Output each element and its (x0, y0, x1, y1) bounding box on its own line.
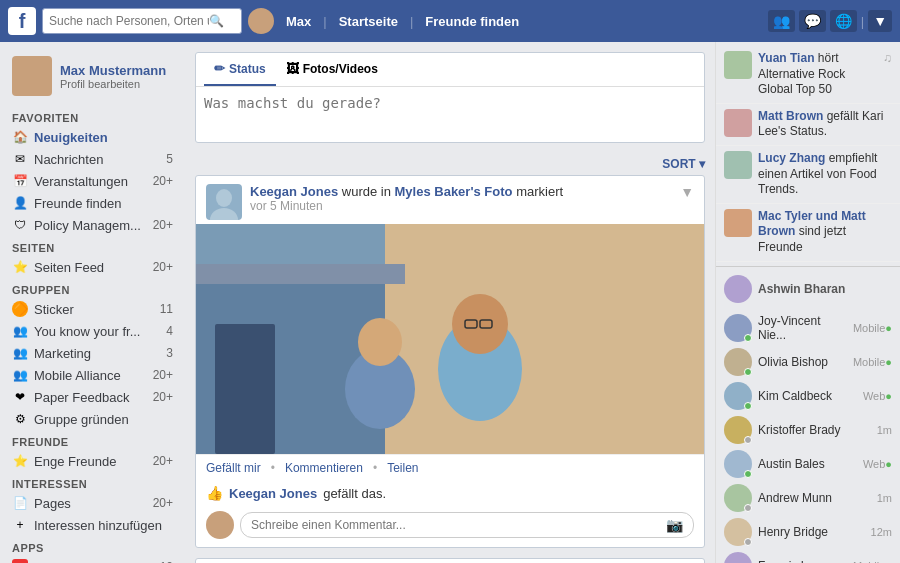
friend-avatar-7 (724, 518, 752, 546)
sidebar-item-paper-feedback[interactable]: ❤ Paper Feedback 20+ (0, 386, 185, 408)
friend-name-3: Kim Caldbeck (758, 389, 857, 403)
comment-input[interactable] (251, 518, 640, 532)
post-action-1: wurde in (342, 184, 395, 199)
sidebar-item-neuigkeiten[interactable]: 🏠 Neuigkeiten (0, 126, 185, 148)
ticker-name-1: Yuan Tian (758, 51, 814, 65)
comment-action[interactable]: Kommentieren (285, 461, 363, 475)
sidebar-item-seiten-feed[interactable]: ⭐ Seiten Feed 20+ (0, 256, 185, 278)
ticker-item-2[interactable]: Matt Brown gefällt Kari Lee's Status. (716, 104, 900, 146)
ticker-text-3: Lucy Zhang empfiehlt einen Artikel von F… (758, 151, 892, 198)
ashwin-name: Ashwin Bharan (758, 282, 845, 296)
svg-rect-5 (385, 224, 704, 454)
sidebar-item-mobile-alliance[interactable]: 👥 Mobile Alliance 20+ (0, 364, 185, 386)
profile-area[interactable]: Max Mustermann Profil bearbeiten (0, 50, 185, 106)
like-action[interactable]: Gefällt mir (206, 461, 261, 475)
post-header-1: Keegan Jones wurde in Myles Baker's Foto… (196, 176, 704, 224)
like-author-name[interactable]: Keegan Jones (229, 486, 317, 501)
sidebar-item-app-center[interactable]: A App Center 10 (0, 556, 185, 563)
friend-avatar-2 (724, 348, 752, 376)
post-time-1: vor 5 Minuten (250, 199, 672, 213)
online-friend-3[interactable]: Kim Caldbeck Web (716, 379, 900, 413)
profile-edit-link[interactable]: Profil bearbeiten (60, 78, 166, 90)
search-input[interactable] (49, 14, 209, 28)
sidebar-item-interessen-add[interactable]: + Interessen hinzufügen (0, 514, 185, 536)
sidebar-item-policy[interactable]: 🛡 Policy Managem... 20+ (0, 214, 185, 236)
composer-input[interactable] (204, 95, 696, 131)
sidebar-item-freunde-finden[interactable]: 👤 Freunde finden (0, 192, 185, 214)
sidebar-item-you-know[interactable]: 👥 You know your fr... 4 (0, 320, 185, 342)
online-friend-8[interactable]: Francis Luu Mobile (716, 549, 900, 563)
sidebar-item-veranstaltungen[interactable]: 📅 Veranstaltungen 20+ (0, 170, 185, 192)
post-chevron-1[interactable]: ▼ (680, 184, 694, 200)
policy-icon: 🛡 (12, 217, 28, 233)
sidebar-item-pages[interactable]: 📄 Pages 20+ (0, 492, 185, 514)
composer-box: ✏ Status 🖼 Fotos/Videos (195, 52, 705, 143)
friend-status-4: 1m (877, 424, 892, 436)
search-icon: 🔍 (209, 14, 224, 28)
online-dot-4 (744, 436, 752, 444)
comment-input-wrap[interactable]: 📷 (240, 512, 694, 538)
tab-photos[interactable]: 🖼 Fotos/Videos (276, 53, 388, 86)
online-friend-7[interactable]: Henry Bridge 12m (716, 515, 900, 549)
ashwin-avatar (724, 275, 752, 303)
online-friend-5[interactable]: Austin Bales Web (716, 447, 900, 481)
ticker-item-1[interactable]: Yuan Tian hört Alternative Rock Global T… (716, 46, 900, 104)
facebook-logo[interactable]: f (8, 7, 36, 35)
left-sidebar: Max Mustermann Profil bearbeiten FAVORIT… (0, 42, 185, 563)
ticker-text-2: Matt Brown gefällt Kari Lee's Status. (758, 109, 892, 140)
sidebar-item-marketing[interactable]: 👥 Marketing 3 (0, 342, 185, 364)
sidebar-item-sticker[interactable]: 🔶 Sticker 11 (0, 298, 185, 320)
sidebar-item-nachrichten[interactable]: ✉ Nachrichten 5 (0, 148, 185, 170)
tab-status[interactable]: ✏ Status (204, 53, 276, 86)
friend-avatar-6 (724, 484, 752, 512)
nav-globe-icon[interactable]: 🌐 (830, 10, 857, 32)
tab-photos-label: Fotos/Videos (303, 62, 378, 76)
nav-username-link[interactable]: Max (280, 10, 317, 33)
ticker-item-4[interactable]: Mac Tyler und Matt Brown sind jetzt Freu… (716, 204, 900, 262)
online-friends-section: Joy-Vincent Nie... Mobile Olivia Bishop … (716, 307, 900, 563)
group-icon-2: 👥 (12, 345, 28, 361)
music-icon: ♫ (883, 51, 892, 98)
friend-name-7: Henry Bridge (758, 525, 865, 539)
sidebar-item-gruppe-gruenden[interactable]: ⚙ Gruppe gründen (0, 408, 185, 430)
online-dot-2 (744, 368, 752, 376)
search-bar[interactable]: 🔍 (42, 8, 242, 34)
sidebar-section-interessen: INTERESSEN (0, 472, 185, 492)
composer-tabs: ✏ Status 🖼 Fotos/Videos (196, 53, 704, 87)
sidebar-item-enge-freunde[interactable]: ⭐ Enge Freunde 20+ (0, 450, 185, 472)
ticker-name-3: Lucy Zhang (758, 151, 825, 165)
post-comment-area-1: 📷 (196, 505, 704, 547)
online-friend-2[interactable]: Olivia Bishop Mobile (716, 345, 900, 379)
nav-chat-icon[interactable]: 💬 (799, 10, 826, 32)
online-friend-4[interactable]: Kristoffer Brady 1m (716, 413, 900, 447)
profile-name[interactable]: Max Mustermann (60, 63, 166, 78)
sort-button[interactable]: SORT ▾ (662, 157, 705, 171)
nav-people-icon[interactable]: 👥 (768, 10, 795, 32)
group-icon-1: 👥 (12, 323, 28, 339)
svg-point-1 (210, 208, 238, 220)
tab-status-label: Status (229, 62, 266, 76)
online-dot-1 (744, 334, 752, 342)
online-dot-7 (744, 538, 752, 546)
post-header-2: Kari Lee 👥 vor 5 Minuten ▼ (196, 559, 704, 563)
friend-status-6: 1m (877, 492, 892, 504)
pages2-icon: 📄 (12, 495, 28, 511)
friend-avatar-4 (724, 416, 752, 444)
friend-avatar-8 (724, 552, 752, 563)
nav-menu-icon[interactable]: ▼ (868, 10, 892, 32)
post-verb-1: markiert (516, 184, 563, 199)
post-author-name-1[interactable]: Keegan Jones (250, 184, 338, 199)
top-navigation: f 🔍 Max | Startseite | Freunde finden 👥 … (0, 0, 900, 42)
ticker-text-4: Mac Tyler und Matt Brown sind jetzt Freu… (758, 209, 892, 256)
nav-home-link[interactable]: Startseite (333, 10, 404, 33)
status-icon: ✏ (214, 61, 225, 76)
nav-friends-link[interactable]: Freunde finden (419, 10, 525, 33)
news-icon: 🏠 (12, 129, 28, 145)
share-action[interactable]: Teilen (387, 461, 418, 475)
ticker-item-3[interactable]: Lucy Zhang empfiehlt einen Artikel von F… (716, 146, 900, 204)
post-link-1[interactable]: Myles Baker's Foto (395, 184, 513, 199)
online-friend-1[interactable]: Joy-Vincent Nie... Mobile (716, 311, 900, 345)
camera-icon: 📷 (666, 517, 683, 533)
right-sidebar: Yuan Tian hört Alternative Rock Global T… (715, 42, 900, 563)
online-friend-6[interactable]: Andrew Munn 1m (716, 481, 900, 515)
